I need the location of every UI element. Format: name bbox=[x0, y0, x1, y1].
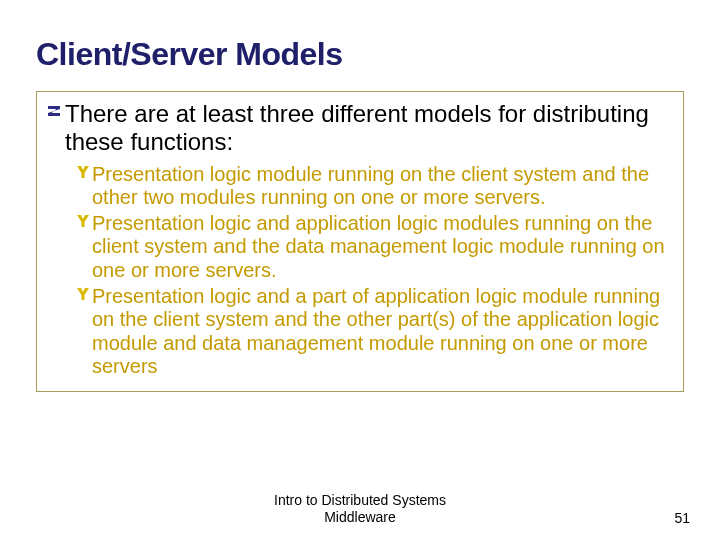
svg-marker-5 bbox=[77, 288, 89, 300]
slide: Client/Server Models There are at least … bbox=[0, 0, 720, 540]
content-box: There are at least three different model… bbox=[36, 91, 684, 392]
y-bullet-icon bbox=[77, 215, 91, 227]
svg-marker-4 bbox=[77, 215, 89, 227]
footer-line-1: Intro to Distributed Systems bbox=[0, 492, 720, 509]
page-number: 51 bbox=[674, 510, 690, 526]
sub-bullet: Presentation logic and application logic… bbox=[77, 212, 673, 283]
slide-title: Client/Server Models bbox=[36, 36, 684, 73]
y-bullet-icon bbox=[77, 288, 91, 300]
main-bullet: There are at least three different model… bbox=[47, 100, 673, 157]
sub-bullet: Presentation logic module running on the… bbox=[77, 163, 673, 210]
sub-bullet-text: Presentation logic module running on the… bbox=[92, 163, 673, 210]
sub-bullet-list: Presentation logic module running on the… bbox=[47, 163, 673, 379]
svg-marker-3 bbox=[77, 166, 89, 178]
y-bullet-icon bbox=[77, 166, 91, 178]
sub-bullet-text: Presentation logic and a part of applica… bbox=[92, 285, 673, 379]
footer: Intro to Distributed Systems Middleware bbox=[0, 492, 720, 526]
z-bullet-icon bbox=[47, 104, 63, 118]
sub-bullet: Presentation logic and a part of applica… bbox=[77, 285, 673, 379]
main-bullet-text: There are at least three different model… bbox=[65, 100, 673, 157]
sub-bullet-text: Presentation logic and application logic… bbox=[92, 212, 673, 283]
footer-line-2: Middleware bbox=[0, 509, 720, 526]
